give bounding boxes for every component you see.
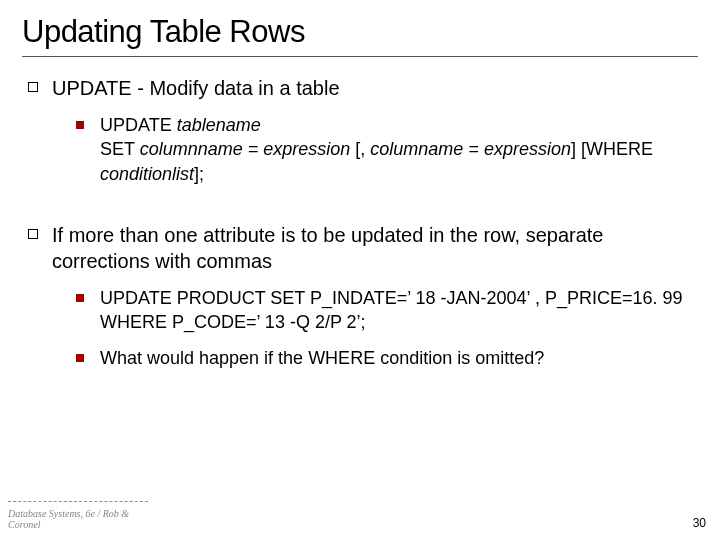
bullet-lvl2: UPDATE tablename SET columnname = expres… — [76, 113, 698, 186]
code-fragment: ] [WHERE — [571, 139, 653, 159]
small-square-icon — [76, 121, 84, 129]
bullet-lvl2: UPDATE PRODUCT SET P_INDATE=’ 18 -JAN-20… — [76, 286, 698, 335]
square-bullet-icon — [28, 82, 38, 92]
code-italic: columnname = expression — [140, 139, 356, 159]
square-bullet-icon — [28, 229, 38, 239]
code-italic: conditionlist — [100, 164, 194, 184]
bullet-text: UPDATE tablename SET columnname = expres… — [100, 113, 698, 186]
code-italic: tablename — [177, 115, 261, 135]
bullet-text: UPDATE PRODUCT SET P_INDATE=’ 18 -JAN-20… — [100, 286, 698, 335]
slide: Updating Table Rows UPDATE - Modify data… — [0, 0, 720, 540]
bullet-text: UPDATE - Modify data in a table — [52, 75, 340, 101]
bullet-text: If more than one attribute is to be upda… — [52, 222, 698, 274]
small-square-icon — [76, 294, 84, 302]
small-square-icon — [76, 354, 84, 362]
bullet-lvl2: What would happen if the WHERE condition… — [76, 346, 698, 370]
code-italic: columname = expression — [370, 139, 571, 159]
page-number: 30 — [693, 516, 706, 530]
code-fragment: SET — [100, 139, 140, 159]
bullet-lvl1: If more than one attribute is to be upda… — [28, 222, 698, 274]
footer-source: Database Systems, 6e / Rob & Coronel — [8, 501, 148, 530]
bullet-text: What would happen if the WHERE condition… — [100, 346, 544, 370]
slide-title: Updating Table Rows — [22, 14, 698, 57]
bullet-lvl1: UPDATE - Modify data in a table — [28, 75, 698, 101]
code-fragment: ]; — [194, 164, 204, 184]
code-fragment: UPDATE — [100, 115, 177, 135]
code-fragment: [, — [355, 139, 370, 159]
